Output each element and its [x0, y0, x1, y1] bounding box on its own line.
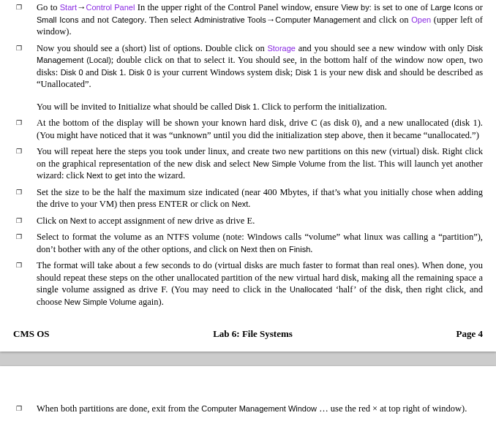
ui-term: Disk 0 — [129, 68, 151, 77]
text: to get into the wizard. — [103, 170, 185, 181]
text: … use the red × at top right of window). — [317, 403, 467, 414]
paragraph: When both partitions are done, exit from… — [37, 403, 483, 415]
text: → — [266, 14, 276, 26]
text: Set the size to be the half the maximum … — [37, 187, 483, 210]
item-content: Go to Start → Control Panel In the upper… — [37, 1, 483, 38]
text: In the upper right of the Control Panel … — [135, 2, 341, 12]
ui-term: Disk 0 — [61, 68, 83, 77]
ui-term: Computer Management Window — [201, 404, 317, 413]
link-text: Open — [411, 15, 431, 24]
list-item: ❐Click on Next to accept assignment of n… — [13, 215, 483, 227]
bullet-marker: ❐ — [13, 403, 37, 412]
text: Click on — [37, 216, 70, 226]
footer-left: CMS OS — [13, 328, 49, 340]
ui-term: Next — [232, 200, 249, 208]
page-2: ❐When both partitions are done, exit fro… — [0, 366, 496, 448]
ui-term: Disk 1 — [101, 68, 124, 77]
bullet-marker: ❐ — [13, 231, 37, 240]
text: . Click to perform the initialization. — [257, 102, 386, 112]
text: . — [248, 199, 250, 209]
paragraph: You will be invited to Initialize what s… — [37, 101, 483, 113]
ui-term: Next — [70, 216, 87, 225]
item-content: Now you should see a (short) list of opt… — [37, 42, 483, 113]
text: is your current Windows system disk; — [151, 67, 296, 77]
list-item: ❐Go to Start → Control Panel In the uppe… — [13, 1, 483, 38]
text: then on — [258, 244, 289, 254]
list-item: ❐Set the size to be the half the maximum… — [13, 186, 483, 210]
page-footer: CMS OS Lab 6: File Systems Page 4 — [13, 328, 483, 340]
ui-term: View by: — [341, 3, 372, 12]
ui-term: Administrative Tools — [195, 15, 266, 24]
text: and — [83, 67, 102, 77]
item-content: Set the size to be the half the maximum … — [37, 186, 483, 210]
item-content: Select to format the volume as an NTFS v… — [37, 231, 483, 255]
paragraph: Go to Start → Control Panel In the upper… — [37, 1, 483, 38]
text: and not — [78, 15, 111, 25]
paragraph: Set the size to be the half the maximum … — [37, 186, 483, 210]
item-list: ❐Go to Start → Control Panel In the uppe… — [13, 1, 483, 308]
ui-term: Finish — [289, 245, 310, 254]
bullet-marker: ❐ — [13, 1, 37, 11]
ui-term: New Simple Volume — [64, 297, 136, 306]
text: again). — [136, 297, 163, 307]
link-text: Start — [60, 3, 77, 12]
text: . — [124, 67, 129, 77]
ui-term: Small Icons — [37, 15, 78, 24]
text: and click on — [360, 15, 411, 25]
list-item: ❐At the bottom of the display will be sh… — [13, 117, 483, 141]
paragraph: Now you should see a (short) list of opt… — [37, 42, 483, 91]
text: is set to one of — [372, 2, 431, 12]
list-item: ❐Select to format the volume as an NTFS … — [13, 231, 483, 255]
page-1: ❐Go to Start → Control Panel In the uppe… — [0, 0, 496, 352]
bullet-marker: ❐ — [13, 117, 37, 126]
link-text: Storage — [267, 44, 296, 53]
item-content: At the bottom of the display will be sho… — [37, 117, 483, 141]
text: Now you should see a (short) list of opt… — [37, 43, 267, 53]
ui-term: Computer Management — [275, 15, 360, 24]
bullet-marker: ❐ — [13, 145, 37, 155]
list-item: ❐When both partitions are done, exit fro… — [13, 403, 483, 415]
item-list: ❐When both partitions are done, exit fro… — [13, 403, 483, 415]
item-content: The format will take about a few seconds… — [37, 259, 483, 308]
text: . — [310, 244, 312, 254]
ui-term: Category — [112, 15, 145, 24]
bullet-marker: ❐ — [13, 259, 37, 269]
link-text: Control Panel — [86, 3, 135, 12]
text: and you should see a new window with onl… — [296, 43, 467, 53]
paragraph: Select to format the volume as an NTFS v… — [37, 231, 483, 255]
list-item: ❐The format will take about a few second… — [13, 259, 483, 308]
ui-term: Next — [86, 171, 103, 180]
ui-term: Next — [241, 245, 258, 254]
text: Go to — [37, 2, 60, 12]
list-item: ❐Now you should see a (short) list of op… — [13, 42, 483, 113]
text: or — [473, 2, 483, 12]
text: to accept assignment of new drive as dri… — [86, 216, 255, 226]
ui-term: Unallocated — [290, 285, 332, 294]
list-item: ❐You will repeat here the steps you took… — [13, 145, 483, 182]
bullet-marker: ❐ — [13, 186, 37, 196]
footer-right: Page 4 — [456, 328, 483, 340]
paragraph: You will repeat here the steps you took … — [37, 145, 483, 182]
ui-term: Disk 1 — [296, 68, 318, 77]
bullet-marker: ❐ — [13, 215, 37, 224]
item-content: You will repeat here the steps you took … — [37, 145, 483, 182]
item-content: Click on Next to accept assignment of ne… — [37, 215, 483, 227]
text: At the bottom of the display will be sho… — [37, 118, 483, 140]
paragraph: Click on Next to accept assignment of ne… — [37, 215, 483, 227]
bullet-marker: ❐ — [13, 42, 37, 52]
item-content: When both partitions are done, exit from… — [37, 403, 483, 415]
text: You will be invited to Initialize what s… — [37, 102, 235, 112]
text: → — [77, 1, 86, 14]
footer-center: Lab 6: File Systems — [213, 328, 293, 340]
ui-term: New Simple Volume — [253, 159, 326, 168]
ui-term: Disk 1 — [235, 102, 258, 111]
text: When both partitions are done, exit from… — [37, 403, 201, 414]
paragraph: At the bottom of the display will be sho… — [37, 117, 483, 141]
ui-term: Large Icons — [430, 3, 473, 12]
paragraph: The format will take about a few seconds… — [37, 259, 483, 308]
text: . Then select — [144, 15, 194, 25]
